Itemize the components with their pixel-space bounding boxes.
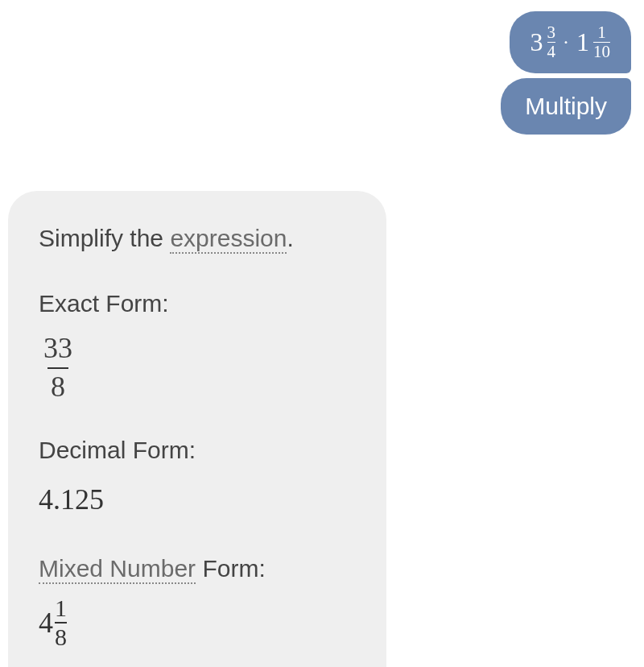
chat-container: 3 3 4 · 1 1 10 Multiply — [0, 0, 644, 667]
exact-form-label: Exact Form: — [39, 285, 356, 321]
exact-form-section: Exact Form: 33 8 — [39, 285, 356, 403]
math-expression: 3 3 4 · 1 1 10 — [530, 24, 611, 60]
mixed-number-2: 1 1 10 — [576, 24, 610, 60]
whole-1: 3 — [530, 27, 543, 57]
command-label: Multiply — [525, 93, 607, 120]
exact-form-fraction: 33 8 — [40, 333, 76, 403]
intro-prefix: Simplify the — [39, 225, 170, 251]
mixed-number-link[interactable]: Mixed Number — [39, 555, 196, 584]
answer-intro: Simplify the expression. — [39, 220, 356, 256]
mixed-form-suffix: Form: — [196, 555, 266, 582]
answer-bubble: Simplify the expression. Exact Form: 33 … — [8, 191, 386, 667]
mixed-form-section: Mixed Number Form: 4 1 8 — [39, 550, 356, 649]
multiply-operator: · — [562, 31, 570, 53]
user-command-bubble[interactable]: Multiply — [501, 78, 631, 135]
mixed-form-num: 1 — [55, 596, 67, 622]
exact-form-den: 8 — [47, 367, 68, 404]
expression-link[interactable]: expression — [170, 225, 287, 254]
mixed-form-value: 4 1 8 — [39, 596, 67, 649]
whole-2: 1 — [576, 27, 589, 57]
decimal-form-section: Decimal Form: 4.125 — [39, 432, 356, 521]
mixed-form-label: Mixed Number Form: — [39, 550, 356, 586]
intro-suffix: . — [287, 225, 293, 251]
fraction-1: 3 4 — [547, 24, 556, 60]
mixed-form-whole: 4 — [39, 601, 53, 644]
mixed-number-1: 3 3 4 — [530, 24, 556, 60]
decimal-form-value: 4.125 — [39, 478, 356, 521]
user-message-group: 3 3 4 · 1 1 10 Multiply — [8, 11, 631, 135]
decimal-form-label: Decimal Form: — [39, 432, 356, 468]
mixed-form-den: 8 — [55, 622, 67, 649]
fraction-2: 1 10 — [593, 24, 610, 60]
denominator-2: 10 — [593, 42, 610, 60]
mixed-form-fraction: 1 8 — [55, 596, 67, 649]
exact-form-num: 33 — [40, 333, 76, 367]
numerator-1: 3 — [547, 24, 556, 42]
numerator-2: 1 — [597, 24, 606, 42]
denominator-1: 4 — [547, 42, 556, 60]
user-expression-bubble[interactable]: 3 3 4 · 1 1 10 — [510, 11, 632, 73]
